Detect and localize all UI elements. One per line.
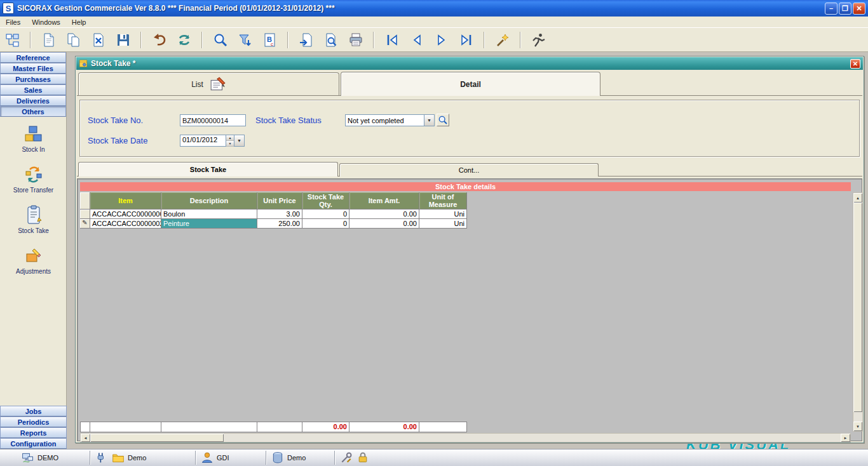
sidebar-tool-store-transfer[interactable]: Store Transfer <box>0 161 67 197</box>
sidebar-item-periodics[interactable]: Periodics <box>0 416 67 427</box>
toolbar-delete-document-button[interactable] <box>90 31 107 48</box>
tab-cont[interactable]: Cont... <box>339 163 599 176</box>
horizontal-scroll-thumb[interactable] <box>90 434 224 442</box>
scroll-up-button[interactable]: ▲ <box>853 193 862 203</box>
sidebar-item-reference[interactable]: Reference <box>0 52 66 63</box>
tree-view-icon <box>5 32 20 48</box>
sidebar-item-others[interactable]: Others <box>0 106 66 117</box>
sidebar-item-purchases[interactable]: Purchases <box>0 74 66 84</box>
stock-take-window-icon <box>79 59 88 68</box>
sidebar-item-master-files[interactable]: Master Files <box>0 63 66 74</box>
toolbar-filter-button[interactable] <box>236 31 254 48</box>
taskbar-item-demo[interactable]: DEMO <box>22 451 58 464</box>
sidebar-item-configuration[interactable]: Configuration <box>0 438 67 449</box>
vertical-scrollbar[interactable]: ▲ ▼ <box>853 192 863 432</box>
toolbar-nav-next-button[interactable] <box>433 31 450 48</box>
taskbar-item-demo[interactable]: Demo <box>271 451 306 464</box>
stock-take-window-titlebar[interactable]: Stock Take * ✕ <box>76 57 863 70</box>
sidebar-item-sales[interactable]: Sales <box>0 84 66 95</box>
toolbar-currency-button[interactable]: Bc <box>261 31 278 48</box>
column-header-stock-take-qty[interactable]: Stock Take Qty. <box>302 192 349 210</box>
toolbar-import-document-button[interactable] <box>297 31 315 48</box>
taskbar-item[interactable] <box>356 451 369 464</box>
date-dropdown-arrow-icon[interactable]: ▼ <box>234 135 244 146</box>
menu-help[interactable]: Help <box>66 17 92 27</box>
taskbar-item[interactable] <box>340 451 353 464</box>
stock-take-status-select[interactable]: Not yet completed ▼ <box>345 114 435 126</box>
minimize-button[interactable]: – <box>825 3 837 15</box>
application: S SICORAX Gestion Commerciale Ver 8.8.0 … <box>0 0 868 466</box>
status-search-button[interactable] <box>437 114 449 126</box>
menu-windows[interactable]: Windows <box>26 17 66 27</box>
sidebar-tool-stock-in[interactable]: Stock In <box>0 121 67 156</box>
maximize-button[interactable]: ❐ <box>839 3 851 15</box>
toolbar-nav-first-button[interactable] <box>383 31 400 48</box>
cell-item[interactable]: ACCACCACC0000002 <box>90 219 161 229</box>
stock-take-no-input[interactable] <box>180 114 246 126</box>
stock-take-date-input[interactable]: 01/01/2012 ▲▼ ▼ <box>180 135 245 147</box>
toolbar-wand-button[interactable] <box>494 31 511 48</box>
table-row[interactable]: ✎ACCACCACC0000002Peinture250.0000.00Uni <box>80 219 467 229</box>
date-spinner[interactable]: ▲▼ <box>226 135 234 146</box>
toolbar-undo-button[interactable] <box>151 31 168 48</box>
close-button[interactable]: ✕ <box>853 3 865 15</box>
sidebar-item-jobs[interactable]: Jobs <box>0 406 67 416</box>
column-header-item-amt[interactable]: Item Amt. <box>349 192 419 210</box>
cell-amt[interactable]: 0.00 <box>349 210 419 219</box>
spin-down-icon[interactable]: ▼ <box>226 141 234 147</box>
sidebar-tool-stock-take[interactable]: Stock Take <box>0 202 67 237</box>
taskbar-item-label: Demo <box>287 454 306 462</box>
totals-amt: 0.00 <box>349 422 419 432</box>
column-header-description[interactable]: Description <box>161 192 257 210</box>
tab-list[interactable]: List <box>78 72 339 95</box>
cell-description[interactable]: Boulon <box>161 210 257 219</box>
cell-item[interactable]: ACCACCACC0000000 <box>90 210 161 219</box>
cell-uom[interactable]: Uni <box>419 219 467 229</box>
toolbar-preview-document-button[interactable] <box>322 31 339 48</box>
toolbar-nav-previous-button[interactable] <box>408 31 425 48</box>
cell-qty[interactable]: 0 <box>302 219 349 229</box>
taskbar-item-demo[interactable]: Demo <box>112 451 146 464</box>
taskbar-item[interactable] <box>95 451 108 464</box>
status-dropdown-arrow-icon[interactable]: ▼ <box>424 115 434 126</box>
column-header-item[interactable]: Item <box>90 192 161 210</box>
menu-files[interactable]: Files <box>0 17 26 27</box>
tab-stock-take[interactable]: Stock Take <box>78 162 338 176</box>
toolbar-tree-view-button[interactable] <box>4 31 21 48</box>
table-row[interactable]: ACCACCACC0000000Boulon3.0000.00Uni <box>80 210 467 219</box>
sidebar-item-reports[interactable]: Reports <box>0 427 67 438</box>
horizontal-scroll-track[interactable] <box>224 434 841 442</box>
cell-qty[interactable]: 0 <box>302 210 349 219</box>
details-tabstrip: Stock Take Cont... <box>77 162 862 176</box>
vertical-scroll-track[interactable] <box>853 412 862 422</box>
cell-unit_price[interactable]: 3.00 <box>257 210 302 219</box>
cell-amt[interactable]: 0.00 <box>349 219 419 229</box>
toolbar-exit-button[interactable] <box>530 31 547 48</box>
scroll-left-button[interactable]: ◄ <box>81 434 90 442</box>
scroll-right-button[interactable]: ► <box>841 434 850 442</box>
preview-document-icon <box>323 32 339 48</box>
toolbar-copy-document-button[interactable] <box>65 31 82 48</box>
toolbar-search-button[interactable] <box>212 31 229 48</box>
vertical-scroll-thumb[interactable] <box>853 203 862 412</box>
row-selector-editing[interactable]: ✎ <box>80 219 90 229</box>
toolbar-nav-last-button[interactable] <box>458 31 475 48</box>
row-selector[interactable] <box>80 210 90 219</box>
cell-uom[interactable]: Uni <box>419 210 467 219</box>
toolbar-print-button[interactable] <box>347 31 364 48</box>
sidebar-tool-adjustments[interactable]: Adjustments <box>0 243 67 278</box>
column-header-unit-price[interactable]: Unit Price <box>257 192 302 210</box>
cell-description[interactable]: Peinture <box>161 219 257 229</box>
column-header-unit-of-measure[interactable]: Unit of Measure <box>419 192 467 210</box>
toolbar-new-document-button[interactable] <box>40 31 57 48</box>
sidebar-item-deliveries[interactable]: Deliveries <box>0 95 66 106</box>
toolbar-refresh-button[interactable] <box>175 31 193 48</box>
horizontal-scrollbar[interactable]: ◄ ► <box>80 433 851 443</box>
tab-detail[interactable]: Detail <box>341 72 600 96</box>
spin-up-icon[interactable]: ▲ <box>226 135 234 141</box>
stock-take-window-close-button[interactable]: ✕ <box>850 59 860 69</box>
toolbar-save-button[interactable] <box>114 31 132 48</box>
taskbar-item-gdi[interactable]: GDI <box>201 451 229 464</box>
cell-unit_price[interactable]: 250.00 <box>257 219 302 229</box>
scroll-down-button[interactable]: ▼ <box>853 422 862 431</box>
